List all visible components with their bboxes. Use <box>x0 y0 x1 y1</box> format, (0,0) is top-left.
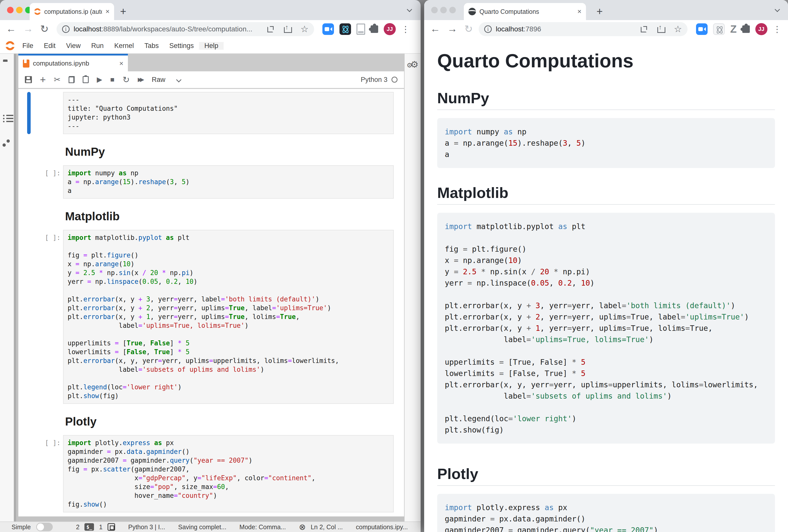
reload-icon[interactable]: ↻ <box>465 23 473 35</box>
extensions-puzzle-icon[interactable] <box>371 25 378 33</box>
paste-cell-icon[interactable] <box>83 76 89 83</box>
zoom-window-button[interactable] <box>449 7 456 13</box>
code-block: import plotly.express as pxgapminder = p… <box>437 494 775 532</box>
section-divider <box>437 204 775 205</box>
browser-toolbar: ← → ↻ i localhost:8889/lab/workspaces/au… <box>0 20 421 38</box>
notebook-tab-title: computations.ipynb <box>33 60 116 67</box>
bookmark-star-icon[interactable]: ☆ <box>674 25 682 34</box>
run-cell-icon[interactable]: ▶ <box>97 76 102 83</box>
browser-tab[interactable]: Quarto Computations × <box>464 3 586 20</box>
restart-kernel-icon[interactable]: ↻ <box>123 75 130 84</box>
forward-icon[interactable]: → <box>447 23 457 35</box>
kernel-status-text[interactable]: Python 3 | I... <box>128 524 165 531</box>
document-extension-icon[interactable] <box>357 24 365 35</box>
add-cell-icon[interactable]: + <box>40 75 46 85</box>
close-tab-icon[interactable]: × <box>577 8 582 15</box>
section-heading: NumPy <box>437 89 775 107</box>
save-icon[interactable] <box>25 76 32 83</box>
address-bar[interactable]: i localhost:7896 ☆ <box>479 22 688 36</box>
notebook-toolbar: + ✂ ▶ ■ ↻ ▶▶ Raw Python 3 <box>18 71 404 88</box>
notebook-tabbar: computations.ipynb × <box>18 54 404 71</box>
menu-help[interactable]: Help <box>199 42 224 50</box>
menu-tabs[interactable]: Tabs <box>139 42 164 50</box>
notebook-tab[interactable]: computations.ipynb × <box>18 54 128 71</box>
mode-indicator[interactable]: Mode: Comma... <box>239 524 286 531</box>
notebook-cell[interactable]: [ ]:import plotly.express as pxgapminder… <box>18 435 394 512</box>
jupyter-statusbar: Simple 2 $_ 1 Python 3 | I... Saving com… <box>0 521 421 532</box>
cell-input-area[interactable]: ---title: "Quarto Computations"jupyter: … <box>63 92 394 134</box>
menu-run[interactable]: Run <box>86 42 109 50</box>
section-heading: Plotly <box>437 465 775 483</box>
jupyter-main-area: computations.ipynb × + ✂ ▶ ■ ↻ ▶▶ Raw <box>0 54 421 521</box>
browser-tab[interactable]: computations.ip (auto-S) - Jup × <box>29 3 114 20</box>
share-icon[interactable] <box>284 25 291 33</box>
cell-type-dropdown[interactable]: Raw <box>152 76 181 84</box>
menu-settings[interactable]: Settings <box>164 42 199 50</box>
cell-input-area[interactable]: import plotly.express as pxgapminder = p… <box>63 435 394 512</box>
site-info-icon[interactable]: i <box>62 25 70 33</box>
tab-search-chevron-icon[interactable] <box>775 7 780 12</box>
react-devtools-extension-icon[interactable] <box>713 23 725 35</box>
terminal-icon[interactable]: $_ <box>84 523 94 531</box>
close-window-button[interactable] <box>431 7 438 13</box>
address-bar[interactable]: i localhost:8889/lab/workspaces/auto-S/t… <box>57 22 314 36</box>
tab-search-chevron-icon[interactable] <box>407 7 412 12</box>
close-tab-icon[interactable]: × <box>105 8 110 15</box>
quarto-browser-window: Quarto Computations × + ← → ↻ i localhos… <box>424 0 788 532</box>
stop-kernel-icon[interactable]: ■ <box>110 76 115 83</box>
close-window-button[interactable] <box>7 7 14 13</box>
share-icon[interactable] <box>657 25 664 33</box>
profile-avatar[interactable]: JJ <box>384 23 396 35</box>
open-in-new-icon[interactable] <box>267 26 274 33</box>
table-of-contents-icon[interactable] <box>3 113 13 122</box>
cell-prompt: [ ]: <box>31 435 63 512</box>
menu-file[interactable]: File <box>17 42 39 50</box>
browser-tab-title: Quarto Computations <box>479 8 574 15</box>
cut-cell-icon[interactable]: ✂ <box>54 76 61 84</box>
copy-cell-icon[interactable] <box>68 76 75 83</box>
run-all-icon[interactable]: ▶▶ <box>138 76 142 83</box>
reload-icon[interactable]: ↻ <box>40 23 49 35</box>
browser-menu-kebab-icon[interactable]: ⋮ <box>773 24 782 34</box>
site-info-icon[interactable]: i <box>484 25 492 33</box>
new-tab-button[interactable]: + <box>596 5 603 18</box>
zoom-extension-icon[interactable] <box>322 23 334 35</box>
cursor-position[interactable]: Ln 2, Col ... <box>311 524 343 531</box>
notebook-cell[interactable]: [ ]:import matplotlib.pyplot as plt fig … <box>18 230 394 404</box>
jupyter-logo <box>5 41 15 50</box>
cell-input-area[interactable]: import matplotlib.pyplot as plt fig = pl… <box>63 230 394 404</box>
notebook-heading: Plotly <box>65 414 404 429</box>
cell-prompt: [ ]: <box>31 230 63 404</box>
jupyter-favicon <box>34 8 41 15</box>
jupyter-right-sidebar: ⚙⚙ <box>404 54 421 521</box>
active-cell-bar <box>27 435 31 512</box>
close-notebook-icon[interactable]: × <box>119 60 123 67</box>
menu-kernel[interactable]: Kernel <box>109 42 139 50</box>
simple-mode-toggle[interactable] <box>36 523 53 531</box>
minimize-window-button[interactable] <box>16 7 23 13</box>
open-in-new-icon[interactable] <box>641 26 647 33</box>
browser-menu-kebab-icon[interactable]: ⋮ <box>401 24 410 34</box>
notebook-cell[interactable]: ---title: "Quarto Computations"jupyter: … <box>18 92 394 134</box>
property-inspector-icon[interactable]: ⚙⚙ <box>407 59 419 70</box>
back-icon[interactable]: ← <box>6 23 16 35</box>
react-devtools-extension-icon[interactable] <box>339 23 351 35</box>
minimize-window-button[interactable] <box>440 7 447 13</box>
menu-view[interactable]: View <box>61 42 86 50</box>
profile-avatar[interactable]: JJ <box>755 23 767 35</box>
notebook-cell[interactable]: [ ]:import numpy as npa = np.arange(15).… <box>18 165 394 199</box>
back-icon[interactable]: ← <box>430 23 440 35</box>
active-cell-bar <box>27 165 31 199</box>
cell-input-area[interactable]: import numpy as npa = np.arange(15).resh… <box>63 165 394 199</box>
forward-icon[interactable]: → <box>23 23 33 35</box>
new-tab-button[interactable]: + <box>120 5 126 18</box>
active-cell-bar <box>27 92 31 134</box>
bookmark-star-icon[interactable]: ☆ <box>300 25 309 34</box>
terminal-count: 2 <box>76 524 79 531</box>
extensions-puzzle-icon[interactable] <box>742 25 750 33</box>
z-extension-icon[interactable]: Z <box>730 24 737 35</box>
kernel-indicator[interactable]: Python 3 <box>360 76 397 84</box>
browser-tab-title: computations.ip (auto-S) - Jup <box>44 8 102 15</box>
zoom-extension-icon[interactable] <box>696 23 708 35</box>
menu-edit[interactable]: Edit <box>39 42 61 50</box>
